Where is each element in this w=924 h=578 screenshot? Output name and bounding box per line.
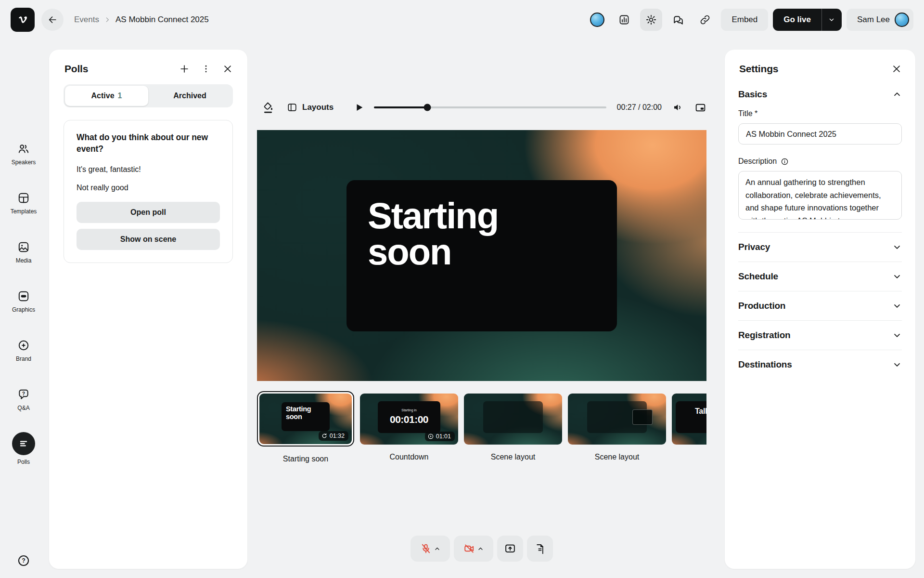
polls-tabs: Active 1 Archived bbox=[64, 84, 233, 107]
settings-button[interactable] bbox=[640, 9, 662, 31]
scene-duration-badge: 01:32 bbox=[319, 431, 348, 441]
gear-icon bbox=[645, 14, 657, 26]
breadcrumb-current: AS Mobbin Connect 2025 bbox=[116, 15, 209, 25]
scene-countdown[interactable]: Starting in 00:01:00 01:01 Countdown bbox=[360, 391, 458, 476]
chevron-down-icon bbox=[828, 16, 835, 24]
scene-talk-show[interactable]: Talk show bbox=[672, 391, 706, 476]
tab-archived[interactable]: Archived bbox=[148, 86, 231, 106]
scene-label: Scene layout bbox=[491, 453, 536, 461]
show-on-scene-button[interactable]: Show on scene bbox=[77, 229, 220, 250]
scene-label: Starting soon bbox=[283, 455, 328, 463]
poll-question: What do you think about our new event? bbox=[77, 132, 220, 155]
go-live-menu-button[interactable] bbox=[821, 9, 842, 31]
user-menu-button[interactable]: Sam Lee bbox=[847, 9, 913, 31]
mic-muted-button[interactable] bbox=[411, 536, 450, 562]
accordion-privacy[interactable]: Privacy bbox=[738, 232, 902, 262]
camera-muted-button[interactable] bbox=[454, 536, 493, 562]
rail-label-polls: Polls bbox=[17, 459, 30, 465]
sidebar-item-speakers[interactable]: Speakers bbox=[0, 129, 47, 178]
chevron-down-icon bbox=[892, 301, 902, 311]
layouts-button[interactable]: Layouts bbox=[279, 96, 341, 118]
settings-title: Settings bbox=[739, 63, 778, 75]
notes-button[interactable] bbox=[527, 536, 553, 562]
accordion-schedule[interactable]: Schedule bbox=[738, 262, 902, 291]
go-live-button[interactable]: Go live bbox=[773, 9, 821, 31]
scene-layout-1[interactable]: Scene layout bbox=[464, 391, 562, 476]
scene-headline: Starting soon bbox=[368, 197, 526, 270]
sidebar-item-media[interactable]: Media bbox=[0, 227, 47, 276]
left-rail: Speakers Templates Media Graphics Brand … bbox=[0, 129, 47, 473]
scrubber-handle[interactable] bbox=[424, 104, 431, 111]
polls-icon bbox=[17, 437, 30, 450]
polls-menu-button[interactable] bbox=[201, 64, 211, 74]
event-title-input[interactable] bbox=[738, 123, 902, 144]
present-screen-button[interactable] bbox=[694, 102, 706, 114]
sidebar-item-templates[interactable]: Templates bbox=[0, 178, 47, 227]
media-icon bbox=[17, 241, 30, 253]
playback-scrubber[interactable] bbox=[374, 106, 606, 108]
rail-label-graphics: Graphics bbox=[12, 306, 35, 313]
chat-button[interactable] bbox=[667, 9, 689, 31]
event-description-input[interactable]: An annual gathering to strengthen collab… bbox=[738, 171, 902, 220]
help-button[interactable]: ? bbox=[0, 554, 47, 567]
vimeo-logo[interactable] bbox=[11, 8, 35, 32]
add-poll-button[interactable] bbox=[179, 64, 190, 74]
settings-close-button[interactable] bbox=[891, 64, 902, 74]
tab-active[interactable]: Active 1 bbox=[65, 86, 148, 106]
help-icon: ? bbox=[17, 554, 30, 567]
volume-button[interactable] bbox=[672, 102, 684, 113]
tab-active-label: Active bbox=[91, 92, 115, 100]
play-circle-icon bbox=[428, 434, 434, 439]
accordion-production[interactable]: Production bbox=[738, 291, 902, 320]
sidebar-item-qa[interactable]: ? Q&A bbox=[0, 375, 47, 424]
open-poll-button[interactable]: Open poll bbox=[77, 202, 220, 223]
scene-preview[interactable]: Starting soon bbox=[257, 130, 706, 381]
thumb-starting-soon-card: Starting soon bbox=[282, 402, 330, 431]
embed-label: Embed bbox=[732, 15, 757, 25]
polls-close-button[interactable] bbox=[222, 64, 233, 74]
event-avatar[interactable] bbox=[586, 9, 608, 31]
svg-text:?: ? bbox=[22, 557, 25, 564]
accordion-registration[interactable]: Registration bbox=[738, 320, 902, 350]
vimeo-v-icon bbox=[16, 13, 29, 26]
thumb-talk-show-card: Talk show bbox=[676, 401, 706, 433]
accordion-basics[interactable]: Basics bbox=[738, 81, 902, 106]
rail-label-speakers: Speakers bbox=[12, 159, 36, 166]
tab-active-count: 1 bbox=[118, 92, 122, 100]
poll-card: What do you think about our new event? I… bbox=[64, 120, 233, 263]
templates-icon bbox=[17, 192, 30, 204]
chevron-up-icon bbox=[892, 90, 902, 99]
poll-option-1: It's great, fantastic! bbox=[77, 165, 220, 174]
layout-placeholder-small bbox=[632, 409, 653, 425]
share-screen-button[interactable] bbox=[497, 536, 523, 562]
loop-icon bbox=[321, 433, 327, 439]
settings-panel: Settings Basics Title * Description An a… bbox=[725, 50, 915, 569]
scene-list: Starting soon 01:32 Starting soon Starti… bbox=[257, 391, 706, 476]
info-icon bbox=[781, 158, 789, 166]
mic-off-icon bbox=[420, 543, 432, 554]
background-fill-button[interactable] bbox=[257, 96, 279, 118]
back-button[interactable] bbox=[41, 9, 64, 31]
chat-bubbles-icon bbox=[672, 14, 684, 26]
sidebar-item-polls[interactable]: Polls bbox=[0, 424, 47, 473]
scene-starting-soon[interactable]: Starting soon 01:32 Starting soon bbox=[257, 391, 354, 476]
accordion-destinations[interactable]: Destinations bbox=[738, 350, 902, 379]
chevron-down-icon bbox=[892, 242, 902, 252]
sidebar-item-brand[interactable]: Brand bbox=[0, 326, 47, 375]
topbar-actions: Embed Go live Sam Lee bbox=[586, 9, 913, 31]
copy-link-button[interactable] bbox=[694, 9, 716, 31]
link-icon bbox=[699, 14, 711, 26]
qa-icon: ? bbox=[17, 388, 30, 401]
scrubber-fill bbox=[374, 106, 427, 108]
chevron-up-icon bbox=[434, 546, 440, 552]
embed-button[interactable]: Embed bbox=[721, 9, 768, 31]
analytics-button[interactable] bbox=[613, 9, 635, 31]
stage-toolbar: Layouts 00:27 / 02:00 bbox=[257, 94, 706, 120]
basics-title: Basics bbox=[738, 89, 767, 100]
sidebar-item-graphics[interactable]: Graphics bbox=[0, 276, 47, 326]
play-button[interactable] bbox=[354, 102, 364, 113]
chevron-right-icon bbox=[104, 16, 111, 23]
breadcrumb-events[interactable]: Events bbox=[74, 15, 99, 25]
kebab-icon bbox=[201, 64, 211, 74]
scene-layout-2[interactable]: Scene layout bbox=[568, 391, 666, 476]
